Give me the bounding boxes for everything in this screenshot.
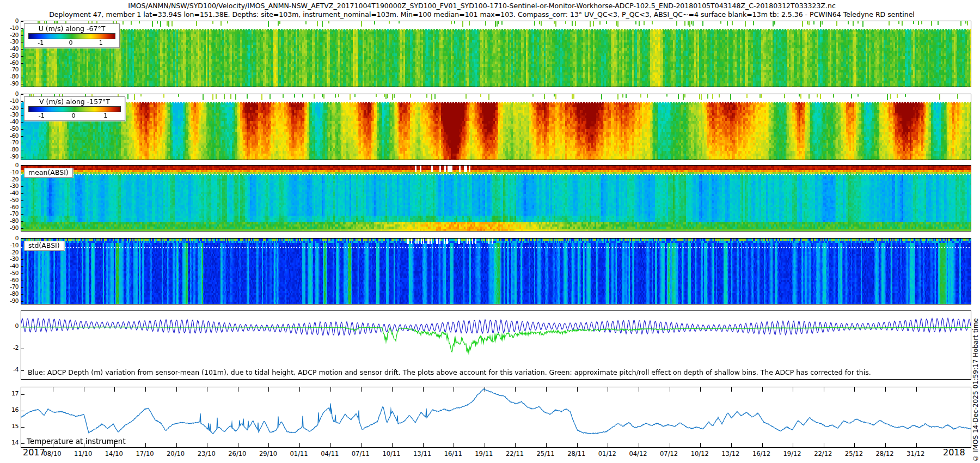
y-axis-tick-label: 0 — [0, 162, 19, 168]
x-axis-tick-label: 26/10 — [228, 450, 246, 458]
y-axis-tick-label: -60 — [0, 59, 19, 66]
u-velocity-heatmap — [21, 21, 971, 87]
x-axis-tick-label: 14/10 — [105, 450, 123, 458]
depth-variation-annotation: Blue: ADCP Depth (m) variation from sens… — [28, 368, 871, 376]
colorbar-tick: -1 — [39, 112, 45, 119]
mean-absi-label: mean(ABSI) — [24, 168, 73, 178]
y-axis-tick-label: -4 — [0, 366, 19, 373]
y-axis-tick-label: -70 — [0, 283, 19, 290]
x-axis-year-right: 2018 — [943, 447, 965, 458]
y-axis-tick-label: -10 — [0, 169, 19, 175]
y-axis-tick-label: -90 — [0, 297, 19, 304]
y-axis-tick-label: 0 — [0, 322, 19, 330]
temperature-line-chart — [21, 387, 971, 447]
y-axis-tick-label: -80 — [0, 146, 19, 153]
u-colorbar-legend: U (m/s) along -67°T -1 0 1 — [24, 23, 120, 48]
colorbar-tick: -1 — [38, 39, 44, 46]
y-axis-tick-label: -80 — [0, 73, 19, 80]
y-axis-tick-label: -70 — [0, 66, 19, 72]
u-colorbar-ticks: -1 0 1 — [28, 39, 114, 46]
y-axis-tick-label: 17 — [0, 390, 19, 397]
figure-title-line2: Deployment 47, member 1 lat=33.94S lon=1… — [0, 10, 964, 19]
v-colorbar-ticks: -1 0 1 — [28, 112, 119, 119]
y-axis-tick-label: -20 — [0, 105, 19, 111]
x-axis-tick-label: 04/12 — [629, 450, 647, 458]
u-legend-title: U (m/s) along -67°T — [28, 25, 116, 33]
y-axis-tick-label: -40 — [0, 190, 19, 196]
y-axis-tick-label: -30 — [0, 182, 19, 189]
x-axis-tick-label: 07/12 — [660, 450, 678, 458]
y-axis-tick-label: -90 — [0, 80, 19, 87]
y-axis-tick-label: -30 — [0, 38, 19, 45]
y-axis-tick-label: 0 — [0, 235, 19, 241]
y-axis-tick-label: -80 — [0, 290, 19, 297]
colorbar-tick: 0 — [72, 112, 76, 119]
y-axis-tick-label: -50 — [0, 52, 19, 59]
panel-temperature: Temperature at instrument — [21, 387, 971, 448]
std-absi-label: std(ABSI) — [24, 241, 64, 251]
x-axis-tick-label: 29/10 — [259, 450, 277, 458]
colorbar-tick: 1 — [99, 39, 103, 46]
colorbar-tick: 1 — [103, 112, 107, 119]
x-axis-tick-label: 25/12 — [845, 450, 863, 458]
temperature-label: Temperature at instrument — [27, 437, 126, 446]
y-axis-tick-label: -60 — [0, 277, 19, 283]
y-axis-tick-label: -40 — [0, 118, 19, 125]
x-axis-tick-label: 19/12 — [783, 450, 801, 458]
x-axis-tick-label: 01/11 — [290, 450, 308, 458]
y-axis-tick-label: 14 — [0, 439, 19, 446]
std-absi-heatmap — [21, 239, 971, 304]
y-axis-tick-label: -50 — [0, 197, 19, 203]
y-axis-tick-label: -80 — [0, 217, 19, 224]
u-colorbar-gradient — [28, 33, 115, 39]
y-axis-tick-label: -20 — [0, 32, 19, 38]
v-colorbar-gradient — [28, 106, 121, 112]
imos-watermark: © IMOS 14-Dec-2025 01:59:17 Hobart time — [972, 318, 979, 462]
y-axis-tick-label: -30 — [0, 255, 19, 262]
x-axis-tick-label: 13/12 — [721, 450, 739, 458]
y-axis-tick-label: 16 — [0, 406, 19, 413]
panel-std-absi: std(ABSI) — [21, 238, 971, 304]
x-axis-year-left: 2017 — [23, 447, 45, 458]
x-axis-tick-label: 28/12 — [875, 450, 893, 458]
y-axis-tick-label: -40 — [0, 45, 19, 52]
panel-v-velocity: V (m/s) along -157°T -1 0 1 — [21, 94, 971, 160]
figure-root: IMOS/ANMN/NSW/SYD100/Velocity/IMOS_ANMN-… — [0, 0, 980, 463]
x-axis-tick-label: 04/11 — [321, 450, 339, 458]
x-axis-tick-label: 20/10 — [167, 450, 185, 458]
y-axis-tick-label: -2 — [0, 344, 19, 351]
x-axis-tick-label: 07/11 — [352, 450, 370, 458]
y-axis-tick-label: -20 — [0, 249, 19, 255]
panel-depth-variation: Blue: ADCP Depth (m) variation from sens… — [21, 310, 971, 380]
y-axis-tick-label: -30 — [0, 111, 19, 118]
y-axis-tick-label: -60 — [0, 204, 19, 210]
x-axis-tick-label: 31/12 — [906, 450, 924, 458]
y-axis-tick-label: -60 — [0, 132, 19, 139]
colorbar-tick: 0 — [69, 39, 73, 46]
x-axis-tick-label: 11/10 — [74, 450, 92, 458]
y-axis-tick-label: -70 — [0, 210, 19, 217]
x-axis-tick-label: 13/11 — [413, 450, 431, 458]
x-axis-tick-label: 10/12 — [691, 450, 709, 458]
figure-title-line1: IMOS/ANMN/NSW/SYD100/Velocity/IMOS_ANMN-… — [0, 2, 964, 10]
y-axis-tick-label: -10 — [0, 98, 19, 104]
y-axis-tick-label: 0 — [0, 90, 19, 97]
y-axis-tick-label: -20 — [0, 176, 19, 182]
y-axis-tick-label: -90 — [0, 153, 19, 160]
x-axis-tick-label: 22/11 — [506, 450, 524, 458]
y-axis-tick-label: -90 — [0, 224, 19, 231]
y-axis-tick-label: 0 — [0, 17, 19, 24]
x-axis-tick-label: 01/12 — [598, 450, 616, 458]
panel-mean-absi: mean(ABSI) — [21, 165, 971, 232]
x-axis-tick-label: 23/10 — [198, 450, 216, 458]
x-axis-tick-label: 17/10 — [136, 450, 154, 458]
v-velocity-heatmap — [21, 94, 971, 160]
y-axis-tick-label: 15 — [0, 423, 19, 430]
x-axis-tick-label: 08/10 — [43, 450, 61, 458]
x-axis-tick-label: 22/12 — [814, 450, 832, 458]
x-axis-tick-label: 28/11 — [567, 450, 585, 458]
x-axis-tick-label: 25/11 — [537, 450, 555, 458]
y-axis-tick-label: -70 — [0, 139, 19, 145]
x-axis-tick-label: 19/11 — [475, 450, 493, 458]
x-axis-tick-label: 16/11 — [444, 450, 462, 458]
